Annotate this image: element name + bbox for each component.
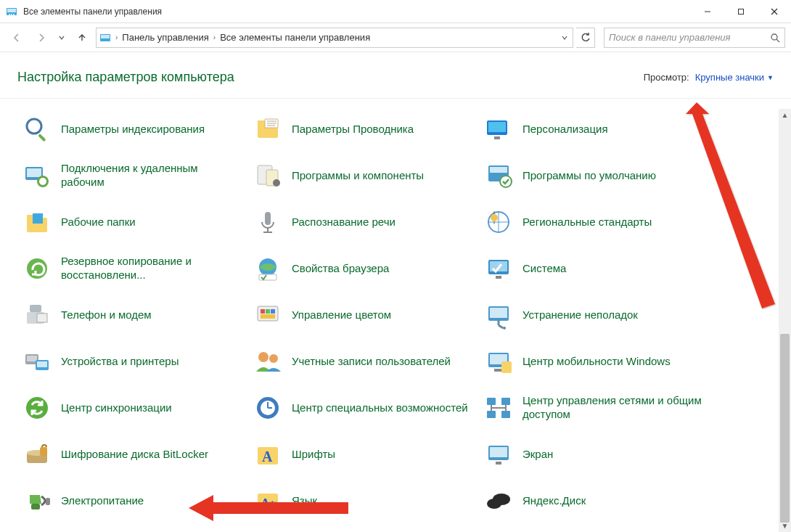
- svg-rect-82: [40, 447, 47, 456]
- cp-item-display[interactable]: Экран: [479, 431, 710, 478]
- back-button[interactable]: [6, 28, 28, 48]
- cp-item-work-folders[interactable]: Рабочие папки: [17, 199, 248, 245]
- cp-item-label: Центр управления сетями и общим доступом: [522, 394, 704, 422]
- cp-item-programs[interactable]: Программы и компоненты: [248, 152, 479, 199]
- cp-item-region[interactable]: Региональные стандарты: [479, 199, 710, 245]
- svg-rect-14: [38, 134, 46, 142]
- svg-point-65: [258, 352, 269, 362]
- speech-icon: [253, 207, 283, 237]
- cp-item-color[interactable]: Управление цветом: [248, 292, 479, 338]
- work-folders-icon: [22, 207, 52, 237]
- internet-options-icon: [253, 253, 283, 284]
- cp-item-internet-options[interactable]: Свойства браузера: [248, 245, 479, 292]
- cp-item-speech[interactable]: Распознавание речи: [248, 199, 479, 245]
- breadcrumb-dropdown[interactable]: [561, 34, 570, 41]
- network-icon: [483, 393, 514, 423]
- control-panel-icon: [6, 6, 17, 17]
- bitlocker-icon: [22, 439, 52, 470]
- svg-point-13: [27, 119, 41, 134]
- cp-item-personalize[interactable]: Персонализация: [479, 106, 710, 152]
- svg-rect-86: [490, 447, 507, 457]
- cp-item-label: Шрифты: [292, 448, 335, 462]
- svg-rect-32: [490, 167, 507, 173]
- svg-rect-25: [27, 168, 41, 177]
- svg-point-4: [13, 14, 15, 15]
- mobility-icon: [483, 346, 514, 377]
- cp-item-label: Устранение неполадок: [522, 308, 638, 322]
- cp-item-backup[interactable]: Резервное копирование и восстановлени...: [17, 245, 248, 292]
- scroll-up-button[interactable]: ▲: [779, 109, 791, 121]
- vertical-scrollbar[interactable]: ▲ ▼: [779, 109, 791, 532]
- cp-item-defaults[interactable]: Программы по умолчанию: [479, 152, 710, 199]
- cp-item-remote[interactable]: Подключения к удаленным рабочим: [17, 152, 248, 199]
- svg-rect-1: [7, 9, 16, 12]
- cp-item-devices[interactable]: Устройства и принтеры: [17, 338, 248, 385]
- svg-rect-52: [37, 314, 47, 322]
- cp-item-label: Экран: [522, 448, 553, 462]
- page-header: Настройка параметров компьютера Просмотр…: [0, 52, 791, 99]
- svg-rect-6: [739, 9, 744, 14]
- cp-item-sync[interactable]: Центр синхронизации: [17, 385, 248, 431]
- programs-icon: [253, 160, 283, 191]
- svg-point-2: [9, 14, 10, 15]
- minimize-button[interactable]: [691, 0, 724, 23]
- ease-icon: [253, 393, 283, 423]
- cp-item-label: Параметры индексирования: [61, 123, 205, 136]
- cp-item-label: Яндекс.Диск: [522, 494, 586, 508]
- cp-item-label: Подключения к удаленным рабочим: [61, 162, 242, 189]
- recent-dropdown[interactable]: [55, 28, 68, 48]
- cp-item-label: Телефон и модем: [61, 308, 152, 322]
- scroll-down-button[interactable]: ▼: [779, 520, 791, 532]
- svg-rect-51: [30, 305, 41, 312]
- refresh-button[interactable]: [576, 28, 595, 48]
- svg-rect-23: [494, 136, 500, 139]
- svg-rect-64: [37, 361, 47, 367]
- cp-item-label: Параметры Проводника: [292, 123, 414, 136]
- breadcrumb-item-2[interactable]: Все элементы панели управления: [220, 32, 370, 43]
- cp-item-network[interactable]: Центр управления сетями и общим доступом: [479, 385, 710, 431]
- page-title: Настройка параметров компьютера: [17, 70, 234, 85]
- up-button[interactable]: [71, 28, 93, 48]
- window-title: Все элементы панели управления: [23, 7, 691, 17]
- breadcrumb[interactable]: › Панель управления › Все элементы панел…: [96, 28, 573, 48]
- users-icon: [253, 346, 283, 377]
- color-icon: [253, 300, 283, 330]
- cp-item-phone[interactable]: Телефон и модем: [17, 292, 248, 338]
- cp-item-users[interactable]: Учетные записи пользователей: [248, 338, 479, 385]
- scroll-thumb[interactable]: [780, 334, 790, 523]
- svg-point-60: [503, 327, 506, 330]
- svg-rect-10: [101, 35, 110, 38]
- cp-item-ease[interactable]: Центр специальных возможностей: [248, 385, 479, 431]
- cp-item-power[interactable]: Электропитание: [17, 478, 248, 524]
- caret-down-icon: ▼: [767, 74, 774, 81]
- svg-rect-36: [33, 213, 43, 224]
- search-input[interactable]: [609, 32, 770, 43]
- svg-point-3: [11, 14, 12, 15]
- cp-item-fonts[interactable]: AШрифты: [248, 431, 479, 478]
- cp-item-mobility[interactable]: Центр мобильности Windows: [479, 338, 710, 385]
- svg-rect-57: [261, 314, 275, 319]
- cp-item-system[interactable]: Система: [479, 245, 710, 292]
- cp-item-label: Система: [522, 262, 566, 276]
- breadcrumb-item-1[interactable]: Панель управления: [122, 32, 208, 43]
- cp-item-language[interactable]: A字Язык: [248, 478, 479, 524]
- cp-item-bitlocker[interactable]: Шифрование диска BitLocker: [17, 431, 248, 478]
- search-icon: [770, 33, 780, 43]
- window-controls: [691, 0, 791, 23]
- forward-button[interactable]: [30, 28, 52, 48]
- maximize-button[interactable]: [724, 0, 758, 23]
- region-icon: [483, 207, 514, 237]
- close-button[interactable]: [758, 0, 791, 23]
- control-panel-grid: Параметры индексированияПараметры Провод…: [17, 106, 784, 524]
- view-by-dropdown[interactable]: Крупные значки ▼: [695, 72, 774, 83]
- cp-item-troubleshoot[interactable]: Устранение неполадок: [479, 292, 710, 338]
- search-box[interactable]: [604, 28, 785, 48]
- titlebar: Все элементы панели управления: [0, 0, 791, 23]
- cp-item-yadisk[interactable]: Яндекс.Диск: [479, 478, 710, 524]
- cp-item-folder-options[interactable]: Параметры Проводника: [248, 106, 479, 152]
- svg-rect-55: [266, 309, 270, 314]
- display-icon: [483, 439, 514, 470]
- cp-item-label: Центр специальных возможностей: [292, 401, 468, 415]
- cp-item-label: Язык: [292, 494, 317, 508]
- cp-item-magnifier[interactable]: Параметры индексирования: [17, 106, 248, 152]
